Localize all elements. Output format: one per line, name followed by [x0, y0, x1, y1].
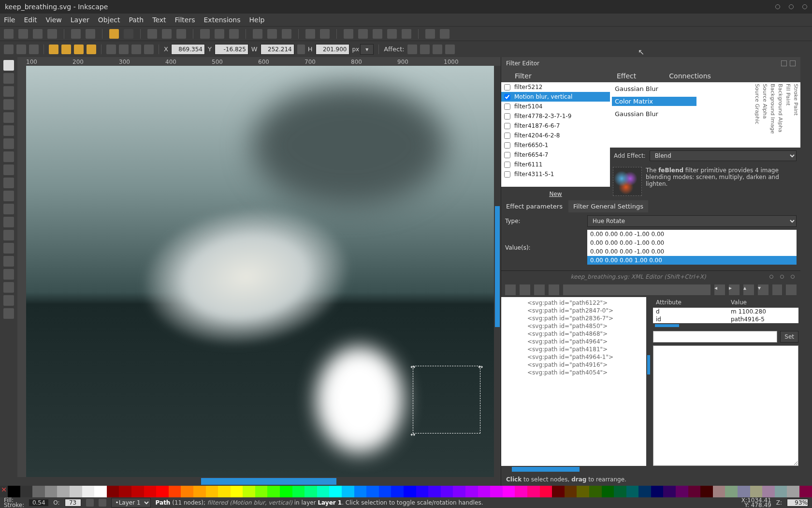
- color-swatch[interactable]: [206, 486, 218, 497]
- export-icon[interactable]: [86, 29, 95, 39]
- color-swatch[interactable]: [231, 486, 243, 497]
- connector-tool-icon[interactable]: [3, 308, 14, 319]
- gradient-tool-icon[interactable]: [3, 282, 14, 293]
- select-all-icon[interactable]: [4, 45, 14, 54]
- save-icon[interactable]: [33, 29, 43, 39]
- filter-item[interactable]: filter4187-6-6-7: [501, 121, 610, 131]
- xml-node[interactable]: <svg:path id="path6122">: [504, 299, 643, 307]
- ungroup-icon[interactable]: [320, 29, 330, 39]
- maximize-button[interactable]: [789, 4, 794, 9]
- xml-duplicate-icon[interactable]: [534, 284, 545, 295]
- xml-new-text-icon[interactable]: [520, 284, 530, 295]
- xml-node[interactable]: <svg:path id="path4054">: [504, 369, 643, 376]
- filter-item[interactable]: filter4204-6-2-8: [501, 131, 610, 140]
- color-swatch[interactable]: [107, 486, 119, 497]
- color-swatch[interactable]: [540, 486, 552, 497]
- calligraphy-tool-icon[interactable]: [3, 217, 14, 227]
- color-swatch[interactable]: [552, 486, 565, 497]
- pencil-tool-icon[interactable]: [3, 191, 14, 201]
- copy-icon[interactable]: [147, 29, 157, 39]
- conn-source[interactable]: Background Alpha: [777, 83, 784, 134]
- lower-icon[interactable]: [131, 45, 141, 54]
- effect-graph[interactable]: Source GraphicSource AlphaBackground Ima…: [610, 82, 800, 148]
- filter-checkbox[interactable]: [504, 94, 510, 100]
- xml-next-icon[interactable]: ▸: [729, 284, 740, 295]
- layers-icon[interactable]: [402, 29, 411, 39]
- zoom-select-icon[interactable]: [200, 29, 210, 39]
- menu-layer[interactable]: Layer: [71, 16, 89, 24]
- x-input[interactable]: [171, 44, 205, 55]
- node-tool-icon[interactable]: [3, 73, 14, 84]
- rect-tool-icon[interactable]: [3, 125, 14, 136]
- filter-checkbox[interactable]: [504, 171, 510, 178]
- color-swatch[interactable]: [638, 486, 651, 497]
- color-swatch[interactable]: [329, 486, 342, 497]
- scale-handle[interactable]: [478, 363, 483, 368]
- xml-node[interactable]: <svg:path id="path4850">: [504, 322, 643, 330]
- xml-node[interactable]: <svg:path id="path4964-1">: [504, 353, 643, 361]
- fill-tool-icon[interactable]: [3, 269, 14, 280]
- menu-help[interactable]: Help: [249, 16, 265, 24]
- xml-new-node-icon[interactable]: [505, 284, 516, 295]
- color-swatch[interactable]: [626, 486, 639, 497]
- color-swatch[interactable]: [478, 486, 491, 497]
- ruler-vertical[interactable]: [17, 66, 26, 477]
- filter-list[interactable]: filter5212Motion blur, verticalfilter510…: [501, 82, 610, 187]
- y-input[interactable]: [215, 44, 248, 55]
- layer-lock-icon[interactable]: [99, 499, 106, 507]
- filter-item[interactable]: Motion blur, vertical: [501, 92, 610, 102]
- xml-hscroll-thumb[interactable]: [512, 467, 580, 472]
- color-swatch[interactable]: [131, 486, 144, 497]
- xml-node[interactable]: <svg:path id="path4181">: [504, 345, 643, 353]
- filter-item[interactable]: filter6111: [501, 160, 610, 169]
- new-filter-button[interactable]: New: [501, 187, 610, 200]
- zoom-page-icon[interactable]: [229, 29, 239, 39]
- color-swatch[interactable]: [676, 486, 688, 497]
- xml-node[interactable]: <svg:path id="path4916">: [504, 361, 643, 369]
- color-swatch[interactable]: [515, 486, 527, 497]
- color-swatch[interactable]: [700, 486, 713, 497]
- fill-stroke-indicator[interactable]: Fill:Stroke:: [4, 498, 24, 508]
- color-swatch[interactable]: [799, 486, 812, 497]
- scale-handle[interactable]: [410, 431, 415, 436]
- w-input[interactable]: [261, 44, 294, 55]
- color-swatch[interactable]: [663, 486, 676, 497]
- fill-stroke-icon[interactable]: [344, 29, 353, 39]
- undo-icon[interactable]: [109, 29, 119, 39]
- conn-source[interactable]: Stroke Paint: [792, 83, 799, 134]
- color-swatch[interactable]: [267, 486, 280, 497]
- color-swatch[interactable]: [602, 486, 614, 497]
- xml-icon[interactable]: [373, 29, 382, 39]
- align-icon[interactable]: [387, 29, 397, 39]
- zoom-input[interactable]: [787, 499, 808, 507]
- panel-close-icon[interactable]: [791, 275, 795, 279]
- color-swatch[interactable]: [490, 486, 503, 497]
- ellipse-tool-icon[interactable]: [3, 151, 14, 162]
- tab-filter-general[interactable]: Filter General Settings: [568, 200, 648, 212]
- color-swatch[interactable]: [775, 486, 787, 497]
- flip-v-icon[interactable]: [87, 45, 96, 54]
- color-swatch[interactable]: [8, 486, 20, 497]
- affect-gradient-icon[interactable]: [433, 45, 442, 54]
- attr-hscroll[interactable]: [655, 324, 679, 327]
- color-swatch[interactable]: [565, 486, 577, 497]
- select-layers-icon[interactable]: [16, 45, 26, 54]
- cut-icon[interactable]: [162, 29, 172, 39]
- bezier-tool-icon[interactable]: [3, 204, 14, 214]
- spiral-tool-icon[interactable]: [3, 178, 14, 188]
- color-swatch[interactable]: [119, 486, 131, 497]
- affect-corners-icon[interactable]: [420, 45, 430, 54]
- xml-tree-vscroll[interactable]: [647, 355, 650, 374]
- filter-checkbox[interactable]: [504, 152, 510, 158]
- color-swatch[interactable]: [218, 486, 231, 497]
- rotate-cw-icon[interactable]: [61, 45, 71, 54]
- zoom-tool-icon[interactable]: [3, 99, 14, 110]
- color-swatch[interactable]: [713, 486, 725, 497]
- import-icon[interactable]: [71, 29, 81, 39]
- filter-checkbox[interactable]: [504, 104, 510, 110]
- color-swatch[interactable]: [391, 486, 404, 497]
- xml-delete-icon[interactable]: [549, 284, 559, 295]
- raise-icon[interactable]: [119, 45, 129, 54]
- color-swatch[interactable]: [82, 486, 95, 497]
- filter-checkbox[interactable]: [504, 84, 510, 90]
